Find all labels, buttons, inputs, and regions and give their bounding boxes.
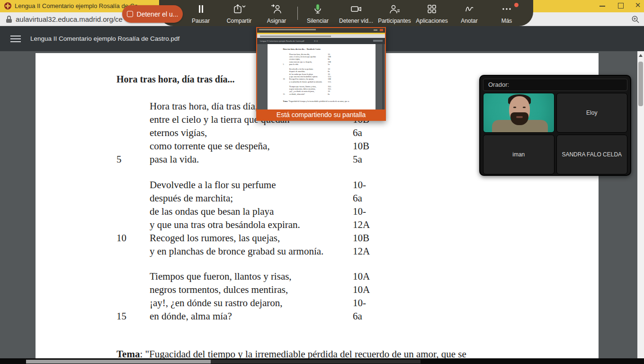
camera-icon — [349, 3, 363, 15]
line-text: negros tormentos, dulces mentiras, — [150, 284, 288, 296]
line-text: y que una tras otra besándola expiran. — [150, 219, 300, 231]
line-text: Recoged los rumores, las quejas, — [150, 232, 280, 244]
line-number: 5 — [116, 154, 122, 165]
poem-line: negros tormentos, dulces mentiras,10A — [36, 283, 599, 296]
line-text: pasa la vida. — [289, 63, 299, 65]
stanza: Devolvedle a la flor su perfume10-despué… — [268, 68, 375, 83]
poem-line: Tiempos que fueron, llantos y risas,10A — [36, 270, 599, 283]
preview-scrollbar — [382, 44, 384, 111]
apps-icon — [426, 3, 438, 15]
tema-line: Tema: "Fugacidad del tiempo y la irremed… — [283, 100, 349, 102]
line-meter: 10B — [353, 232, 369, 244]
line-meter: 6a — [328, 93, 330, 95]
poem-heading: Hora tras hora, día tras día... — [116, 74, 234, 85]
participant-name: SANDRA FALO CELDA — [559, 151, 625, 158]
line-text: pasa la vida. — [150, 154, 199, 165]
mic-icon — [312, 3, 324, 15]
line-meter: 12A — [353, 246, 370, 257]
window-restore-button[interactable] — [613, 0, 629, 10]
line-text: y en planchas de bronce grabad su armoní… — [289, 81, 322, 83]
window-close-button[interactable]: ✕ — [630, 0, 644, 10]
line-text: como torrente que se despeña, — [150, 140, 270, 152]
line-text: Tiempos que fueron, llantos y risas, — [150, 271, 292, 282]
teams-share-toolbar: PausarCompartirAsignarSilenciarDetener v… — [159, 0, 533, 26]
line-meter: 12A — [353, 219, 370, 231]
line-meter: 10- — [353, 179, 366, 191]
video-person-eye — [513, 107, 516, 108]
preview-page: Hora tras hora, día tras día... - Rosalí… — [268, 44, 376, 111]
pdf-menu-icon[interactable] — [10, 36, 21, 42]
window-minimize-button[interactable] — [595, 0, 611, 10]
preview-titlebar — [257, 28, 385, 33]
line-text: Hora tras hora, día tras día, — [150, 100, 258, 112]
participant-tile[interactable]: SANDRA FALO CELDA — [556, 135, 628, 174]
line-meter: 5a — [353, 154, 362, 165]
poem-line: y en planchas de bronce grabad su armoní… — [36, 245, 599, 258]
line-text: en dónde, alma mía? — [289, 93, 305, 95]
line-text: en dónde, alma mía? — [150, 310, 232, 322]
screen: Lengua II Comentario ejemplo Rosalía de … — [0, 0, 644, 364]
line-meter: 6a — [353, 192, 362, 204]
scrollbar-thumb[interactable] — [638, 62, 643, 106]
pdf-document-title: Lengua II Comentario ejemplo Rosalía de … — [30, 35, 179, 42]
video-person-eye — [523, 107, 526, 108]
annotate-icon — [463, 3, 475, 15]
line-number: 10 — [116, 232, 126, 244]
tema-line: Tema: "Fugacidad del tiempo y la irremed… — [116, 348, 466, 358]
speaker-panel[interactable]: Orador: EloyimanSANDRA FALO CELDA — [479, 75, 631, 176]
line-text: ¡ay!, ¿en dónde su rastro dejaron, — [150, 297, 282, 309]
line-text: después de marchita; — [150, 192, 233, 204]
poem-line: 15en dónde, alma mía?6a — [36, 309, 599, 323]
screen-share-preview[interactable]: Lengua II Comentario ejemplo Rosalía de … — [256, 27, 386, 121]
line-meter: 12A — [328, 81, 331, 83]
preview-pdf-header: Lengua II Comentario ejemplo Rosalía de … — [257, 38, 385, 44]
participants-icon — [388, 3, 401, 15]
line-text: y en planchas de bronce grabad su armoní… — [150, 246, 323, 257]
url-text[interactable]: aulavirtual32.educa.madrid.org/ce — [16, 15, 123, 23]
bottom-edge-bar — [0, 358, 644, 364]
zoom-magnifier-icon[interactable] — [631, 15, 640, 24]
poem-line: después de marchita;6a — [36, 191, 599, 205]
poem-heading: Hora tras hora, día tras día... - Rosalí… — [283, 48, 320, 50]
line-meter: 5a — [328, 63, 330, 65]
participant-tile[interactable]: Eloy — [556, 93, 628, 133]
participant-video-tile[interactable] — [483, 93, 555, 133]
poem-line: y que una tras otra besándola expiran.12… — [36, 218, 599, 231]
line-text: de las ondas que besan la playa — [150, 206, 274, 218]
line-text: eternos vigías, — [150, 127, 207, 139]
stanza: Tiempos que fueron, llantos y risas,10An… — [36, 270, 599, 323]
more-icon — [501, 3, 513, 15]
line-meter: 10B — [353, 140, 369, 152]
preview-content: Hora tras hora, día tras día... - Rosalí… — [257, 44, 385, 111]
video-person-mouth — [516, 116, 523, 118]
poem-line: de las ondas que besan la playa10- — [36, 205, 599, 218]
stanza: Devolvedle a la flor su perfume10-despué… — [36, 178, 599, 258]
speaker-panel-header: Orador: — [483, 79, 627, 91]
stop-square-icon — [127, 11, 133, 17]
taskbar-segment-dark — [211, 360, 420, 364]
browser-tab-title: Lengua II Comentario ejemplo Rosalía de … — [15, 2, 138, 9]
pdf-scrollbar[interactable] — [637, 51, 644, 364]
participant-tile[interactable]: iman — [483, 135, 555, 174]
line-meter: 10A — [353, 271, 370, 282]
participant-name: Eloy — [583, 109, 600, 116]
site-favicon-icon — [4, 2, 11, 9]
lock-icon[interactable] — [6, 16, 12, 23]
participant-name: iman — [510, 151, 528, 158]
poem-line: 15en dónde, alma mía?6a — [268, 93, 375, 95]
line-meter: 10- — [353, 297, 366, 309]
poem-line: Devolvedle a la flor su perfume10- — [36, 178, 599, 191]
pause-icon — [195, 3, 207, 15]
stop-sharing-button[interactable]: Detener el u... — [122, 5, 183, 23]
stanza: Tiempos que fueron, llantos y risas,10An… — [268, 85, 375, 95]
line-number: 15 — [116, 310, 126, 322]
teams-button-more[interactable]: Más — [481, 3, 533, 24]
poem-line: 10Recoged los rumores, las quejas,10B — [36, 231, 599, 245]
assign-icon — [270, 3, 283, 15]
poem-line: y en planchas de bronce grabad su armoní… — [268, 81, 375, 83]
line-meter: 6a — [353, 310, 362, 322]
scroll-up-arrow-icon[interactable] — [639, 54, 643, 57]
poem-line: 5pasa la vida.5a — [268, 63, 375, 65]
line-meter: 10- — [353, 206, 366, 218]
share-icon — [232, 3, 246, 15]
